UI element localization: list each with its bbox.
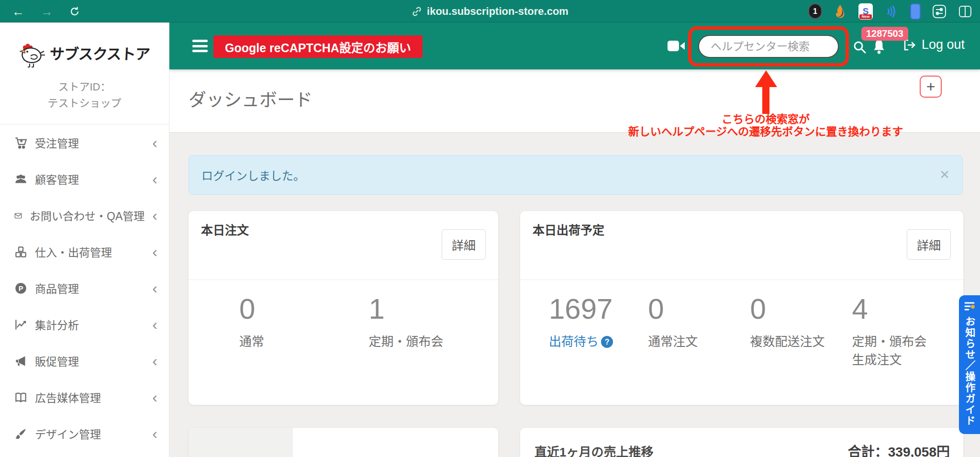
notification-count-badge: 1287503 [861, 27, 908, 41]
video-tutorial-button[interactable] [667, 40, 685, 52]
annotation-arrow-head [755, 70, 777, 87]
toggles-extension-icon[interactable] [932, 4, 947, 19]
page-title: ダッシュボード [189, 86, 312, 111]
chevron-left-icon: ‹ [152, 208, 157, 223]
card-divider [520, 279, 963, 280]
store-id: ストアID： テストショップ [0, 79, 169, 111]
search-submit-button[interactable] [853, 40, 866, 54]
sidebar-item-purchase-shipping-management[interactable]: 仕入・出荷管理 ‹ [0, 234, 169, 270]
sidebar-item-order-management[interactable]: 受注管理 ‹ [0, 124, 169, 161]
chevron-left-icon: ‹ [152, 135, 157, 150]
sales-trend-total: 合計：339,058円 [848, 441, 950, 457]
product-circle-icon: P [14, 282, 27, 295]
login-alert: ログインしました。 ✕ [189, 155, 963, 195]
search-icon [853, 40, 866, 54]
sidebar-item-product-management[interactable]: P 商品管理 ‹ [0, 270, 169, 306]
news-guide-label: お知らせ／操作ガイド [962, 316, 977, 426]
today-shipping-title: 本日出荷予定 [533, 221, 604, 238]
today-orders-detail-button[interactable]: 詳細 [442, 229, 486, 260]
users-icon [14, 173, 27, 186]
url-text: ikou.subscription-store.com [427, 5, 568, 18]
stat-multi-delivery: 0 複数配送注文 [750, 292, 852, 369]
signal-extension-icon[interactable] [884, 4, 899, 19]
video-camera-icon [667, 40, 685, 52]
s-extension-icon[interactable]: S New [858, 3, 873, 20]
sidebar-item-ad-media-management[interactable]: 広告媒体管理 ‹ [0, 379, 169, 415]
browser-topbar: ← → ikou.subscription-store.com 1 S New [0, 0, 980, 22]
today-shipping-card: 本日出荷予定 詳細 1697 出荷待ち ? 0 通常注文 0 複数配送注文 4 … [520, 211, 963, 405]
sidebar-item-promotion-management[interactable]: 販促管理 ‹ [0, 343, 169, 379]
browser-back-button[interactable]: ← [11, 4, 26, 19]
brand-name: サブスクストア [49, 42, 150, 64]
awaiting-shipment-link[interactable]: 出荷待ち ? [549, 333, 648, 351]
sidebar: サブスクストア ストアID： テストショップ 受注管理 ‹ 顧客管理 ‹ お問い… [0, 22, 169, 457]
chevron-left-icon: ‹ [152, 426, 157, 441]
alert-close-button[interactable]: ✕ [939, 156, 950, 194]
notifications-button[interactable] [872, 39, 886, 54]
today-orders-title: 本日注文 [201, 221, 249, 238]
sales-trend-card: 直近1ヶ月の売上推移 合計：339,058円 [520, 428, 963, 457]
stat-normal-orders: 0 通常 [239, 292, 369, 351]
tab-order-status[interactable]: 注文ステータス [189, 428, 292, 457]
add-widget-button[interactable]: + [920, 76, 942, 98]
annotation-caption: こちらの検索窓が 新しいヘルプページへの遷移先ボタンに置き換わります [612, 113, 919, 138]
today-shipping-detail-button[interactable]: 詳細 [907, 229, 951, 260]
chevron-left-icon: ‹ [152, 244, 157, 259]
chevron-left-icon: ‹ [152, 171, 157, 187]
megaphone-icon [14, 355, 27, 368]
cubes-icon [14, 245, 27, 258]
chevron-left-icon: ‹ [152, 353, 157, 368]
link-icon [412, 6, 422, 17]
logout-button[interactable]: Log out [902, 37, 965, 52]
sidebar-item-customer-management[interactable]: 顧客管理 ‹ [0, 161, 169, 197]
logout-label: Log out [922, 37, 965, 52]
help-search-input[interactable] [698, 35, 839, 58]
phone-extension-icon[interactable] [910, 3, 921, 20]
split-view-icon[interactable] [958, 4, 972, 19]
chevron-left-icon: ‹ [152, 280, 157, 296]
news-guide-tab[interactable]: お知らせ／操作ガイド [959, 295, 980, 434]
recaptcha-notice-button[interactable]: Google reCAPTCHA設定のお願い [213, 35, 423, 58]
help-question-icon[interactable]: ? [601, 336, 613, 348]
stat-subscription-orders: 1 定期・頒布会 [369, 292, 499, 351]
dashboard-content: ログインしました。 ✕ 本日注文 詳細 0 通常 1 定期・頒布会 本日出荷予定… [169, 132, 980, 457]
stat-normal-shipment: 0 通常注文 [648, 292, 750, 369]
bell-icon [872, 39, 886, 54]
hamburger-menu-button[interactable] [192, 40, 208, 52]
tab-count-badge[interactable]: 1 [808, 3, 822, 19]
svg-text:P: P [19, 285, 23, 292]
flame-extension-icon[interactable] [834, 4, 847, 19]
reload-icon [69, 6, 80, 17]
annotation-caption-line2: 新しいヘルプページへの遷移先ボタンに置き換わります [612, 125, 919, 138]
notice-list-icon [963, 300, 976, 312]
sidebar-item-design-management[interactable]: デザイン管理 ‹ [0, 415, 169, 452]
address-bar[interactable]: ikou.subscription-store.com [412, 0, 568, 22]
card-divider [189, 279, 498, 280]
annotation-arrow-shaft [762, 86, 769, 114]
annotation-highlight-box [688, 26, 849, 67]
paintbrush-icon [14, 427, 27, 440]
book-icon [14, 391, 27, 404]
extension-icons: 1 S New [808, 0, 972, 22]
order-status-card: 注文ステータス リトライ履歴 [189, 428, 498, 457]
store-id-label: ストアID： [0, 79, 169, 95]
tab-retry-history[interactable]: リトライ履歴 [292, 428, 374, 457]
s-extension-new-badge: New [859, 14, 872, 19]
chevron-left-icon: ‹ [152, 317, 157, 332]
browser-reload-button[interactable] [67, 4, 82, 19]
sales-trend-title: 直近1ヶ月の売上推移 [535, 442, 653, 457]
chevron-left-icon: ‹ [152, 390, 157, 405]
browser-forward-button[interactable]: → [39, 4, 55, 19]
stat-subscription-generated: 4 定期・頒布会生成注文 [852, 292, 963, 369]
sidebar-item-analytics[interactable]: 集計分析 ‹ [0, 306, 169, 343]
app-header: Google reCAPTCHA設定のお願い 1287503 Log out [169, 22, 980, 69]
sidebar-menu: 受注管理 ‹ 顧客管理 ‹ お問い合わせ・QA管理 ‹ 仕入・出荷管理 ‹ [0, 124, 169, 452]
today-orders-card: 本日注文 詳細 0 通常 1 定期・頒布会 [189, 211, 498, 405]
annotation-caption-line1: こちらの検索窓が [612, 113, 919, 125]
chicken-logo-icon [19, 37, 48, 68]
cart-plus-icon [14, 136, 27, 149]
brand-logo[interactable]: サブスクストア [0, 37, 169, 68]
envelope-icon [14, 209, 22, 222]
sidebar-item-inquiry-qa-management[interactable]: お問い合わせ・QA管理 ‹ [0, 197, 169, 234]
store-id-value: テストショップ [0, 95, 169, 111]
